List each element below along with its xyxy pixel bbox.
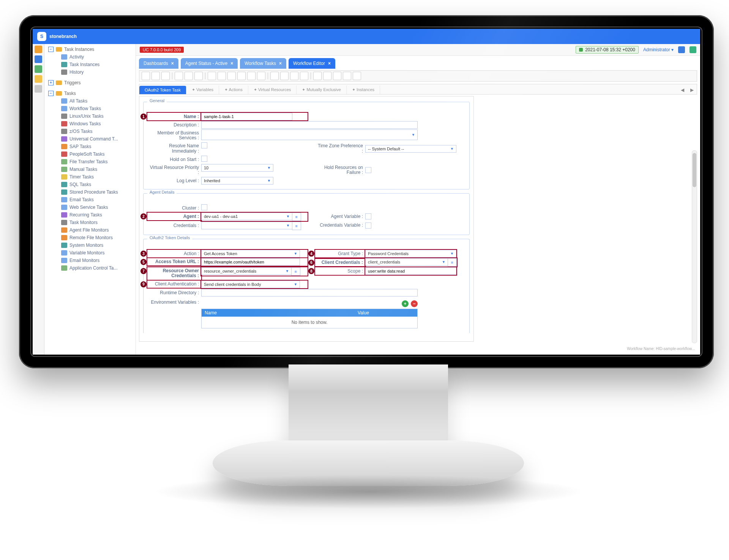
remove-env-var-button[interactable]: − (411, 300, 418, 307)
nav-item-timer-tasks[interactable]: Timer Tasks (47, 173, 133, 181)
picker-agent[interactable]: ≡ (292, 213, 301, 221)
nav-item-zos-tasks[interactable]: z/OS Tasks (47, 128, 133, 135)
col-name[interactable]: Name (202, 309, 309, 317)
input-scope[interactable] (365, 267, 456, 275)
tab-agent-status[interactable]: Agent Status - Active× (181, 58, 238, 69)
nav-item-history[interactable]: History (47, 68, 133, 76)
scrollbar-thumb[interactable] (693, 153, 696, 187)
select-client-credentials[interactable]: client_credentials▼ (365, 258, 448, 266)
tb-connect[interactable] (185, 72, 193, 80)
checkbox-resolve-name[interactable] (201, 142, 207, 148)
tb-paste[interactable] (237, 72, 246, 80)
vertical-scrollbar[interactable] (692, 150, 697, 343)
tb-save[interactable] (151, 72, 160, 80)
tb-zoom-in[interactable] (270, 72, 279, 80)
nav-item-variable-monitors[interactable]: Variable Monitors (47, 249, 133, 257)
rail-icon-1[interactable] (35, 46, 42, 53)
tb-line[interactable] (194, 72, 203, 80)
nav-item-file-transfer-tasks[interactable]: File Transfer Tasks (47, 158, 133, 166)
checkbox-credentials-variable[interactable] (365, 222, 371, 229)
tab-dashboards[interactable]: Dashboards× (139, 58, 178, 69)
picker-roc[interactable]: ≡ (291, 267, 300, 276)
input-description[interactable] (201, 121, 418, 129)
status-icon[interactable] (690, 46, 696, 53)
nav-item-remote-file-monitors[interactable]: Remote File Monitors (47, 234, 133, 241)
nav-item-workflow-tasks[interactable]: Workflow Tasks (47, 105, 133, 112)
select-roc[interactable]: resource_owner_credentials▼ (201, 267, 292, 275)
subtab-oauth2-task[interactable]: OAuth2 Token Task (139, 86, 186, 94)
nav-item-appcontrol-tasks[interactable]: Application Control Ta... (47, 264, 133, 272)
close-icon[interactable]: × (171, 61, 174, 66)
col-value[interactable]: Value (309, 309, 417, 317)
nav-item-linux-tasks[interactable]: Linux/Unix Tasks (47, 112, 133, 120)
select-loglevel[interactable]: Inherited▼ (201, 177, 273, 185)
rail-icon-5[interactable] (35, 85, 42, 93)
nav-toggle-task-instances[interactable]: −Task Instances (47, 46, 133, 53)
tb-copy[interactable] (227, 72, 236, 80)
nav-tree[interactable]: −Task Instances Activity Task Instances … (44, 44, 136, 355)
select-agent[interactable]: dev-ua1 - dev-ua1▼ (201, 213, 292, 220)
input-runtime-dir[interactable] (201, 289, 418, 297)
nav-item-recurring-tasks[interactable]: Recurring Tasks (47, 211, 133, 219)
server-clock[interactable]: 2021-07-08 15:32 +0200 (576, 46, 639, 54)
tb-cut[interactable] (247, 72, 256, 80)
subtab-instances[interactable]: ✦ Instances (347, 85, 380, 94)
tb-zoom-out[interactable] (280, 72, 289, 80)
subtab-virtual-resources[interactable]: ✦ Virtual Resources (248, 85, 297, 94)
nav-item-activity[interactable]: Activity (47, 53, 133, 61)
tb-undo[interactable] (208, 72, 216, 80)
tb-layout[interactable] (313, 72, 322, 80)
tab-workflow-tasks[interactable]: Workflow Tasks× (240, 58, 286, 69)
nav-item-system-monitors[interactable]: System Monitors (47, 241, 133, 249)
nav-item-webservice-tasks[interactable]: Web Service Tasks (47, 203, 133, 211)
tb-refresh[interactable] (353, 72, 361, 80)
tabs-next[interactable]: ▶ (687, 86, 697, 94)
nav-item-email-tasks[interactable]: Email Tasks (47, 196, 133, 203)
nav-toggle-tasks[interactable]: −Tasks (47, 90, 133, 97)
tb-redo[interactable] (218, 72, 226, 80)
add-env-var-button[interactable]: + (402, 300, 409, 307)
input-token-url[interactable] (201, 258, 300, 266)
nav-item-all-tasks[interactable]: All Tasks (47, 97, 133, 105)
tabs-prev[interactable]: ◀ (678, 86, 687, 94)
nav-item-task-instances[interactable]: Task Instances (47, 61, 133, 68)
subtab-variables[interactable]: ✦ Variables (186, 85, 219, 94)
checkbox-hold-resources[interactable] (365, 167, 371, 173)
close-icon[interactable]: × (230, 61, 233, 66)
tb-tree[interactable] (323, 72, 331, 80)
tab-workflow-editor[interactable]: Workflow Editor× (289, 58, 335, 69)
help-icon[interactable] (678, 46, 685, 53)
rail-icon-3[interactable] (35, 65, 42, 73)
nav-item-uc-tasks[interactable]: Universal Command T... (47, 135, 133, 143)
tb-pkg[interactable] (343, 72, 351, 80)
user-menu[interactable]: Administrator ▾ (643, 47, 674, 52)
checkbox-cluster[interactable] (201, 204, 207, 210)
subtab-actions[interactable]: ✦ Actions (219, 85, 248, 94)
tb-new[interactable] (142, 72, 150, 80)
close-icon[interactable]: × (279, 61, 282, 66)
select-grant-type[interactable]: Password Credentials▼ (365, 250, 456, 257)
nav-item-manual-tasks[interactable]: Manual Tasks (47, 166, 133, 173)
tb-pointer[interactable] (175, 72, 183, 80)
tb-delete[interactable] (257, 72, 265, 80)
tb-run[interactable] (333, 72, 341, 80)
nav-item-agent-file-monitors[interactable]: Agent File Monitors (47, 226, 133, 234)
picker-client-credentials[interactable]: ≡ (448, 258, 457, 267)
nav-item-sap-tasks[interactable]: SAP Tasks (47, 143, 133, 150)
select-action[interactable]: Get Access Token▼ (201, 250, 300, 257)
tb-zoom-actual[interactable] (300, 72, 308, 80)
nav-item-windows-tasks[interactable]: Windows Tasks (47, 120, 133, 128)
nav-item-sql-tasks[interactable]: SQL Tasks (47, 181, 133, 188)
tb-print[interactable] (161, 72, 170, 80)
nav-item-peoplesoft-tasks[interactable]: PeopleSoft Tasks (47, 150, 133, 158)
select-credentials[interactable]: ▼ (201, 222, 292, 229)
checkbox-hold-start[interactable] (201, 156, 207, 162)
select-timezone[interactable]: -- System Default --▼ (365, 145, 456, 153)
rail-icon-4[interactable] (35, 75, 42, 83)
rail-icon-2[interactable] (35, 55, 42, 63)
picker-credentials[interactable]: ≡ (292, 222, 301, 230)
input-name[interactable] (201, 113, 292, 120)
nav-item-task-monitors[interactable]: Task Monitors (47, 219, 133, 226)
select-business-services[interactable]: ▼ (201, 129, 418, 140)
nav-item-email-monitors[interactable]: Email Monitors (47, 257, 133, 264)
